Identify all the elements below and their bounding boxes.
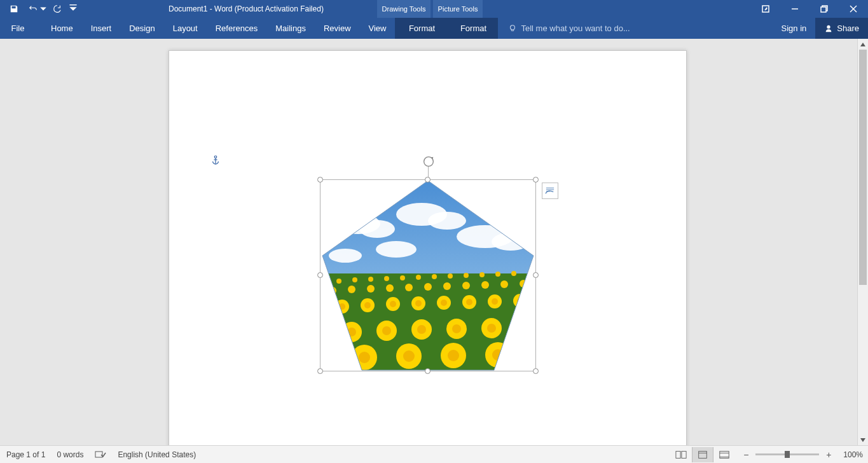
status-page[interactable]: Page 1 of 1 bbox=[6, 450, 45, 459]
view-web-layout[interactable] bbox=[713, 447, 735, 462]
status-bar: Page 1 of 1 0 words English (United Stat… bbox=[0, 445, 868, 463]
redo-button[interactable] bbox=[48, 0, 66, 18]
contextual-tab-drawing-tools: Drawing Tools bbox=[377, 0, 431, 18]
resize-handle-nw[interactable] bbox=[317, 177, 323, 183]
zoom-slider-knob[interactable] bbox=[785, 451, 790, 458]
sign-in-link[interactable]: Sign in bbox=[773, 18, 816, 39]
resize-handle-se[interactable] bbox=[533, 368, 539, 374]
selection-bounding-box[interactable] bbox=[320, 179, 536, 371]
minimize-button[interactable] bbox=[780, 0, 809, 18]
window-title: Document1 - Word (Product Activation Fai… bbox=[169, 4, 324, 13]
anchor-icon[interactable] bbox=[211, 155, 220, 168]
svg-point-9 bbox=[214, 156, 217, 158]
window-controls bbox=[751, 0, 868, 18]
view-print-layout[interactable] bbox=[692, 447, 713, 462]
qat-customize[interactable] bbox=[67, 0, 79, 18]
resize-handle-sw[interactable] bbox=[317, 368, 323, 374]
tab-view[interactable]: View bbox=[360, 18, 396, 39]
resize-handle-w[interactable] bbox=[317, 272, 323, 278]
scroll-thumb[interactable] bbox=[859, 50, 867, 285]
share-button[interactable]: Share bbox=[815, 18, 868, 39]
zoom-in-button[interactable]: + bbox=[823, 449, 834, 460]
zoom-control: − + 100% bbox=[740, 449, 863, 460]
tab-picture-format[interactable]: Format bbox=[448, 18, 498, 39]
svg-point-7 bbox=[511, 25, 515, 29]
tab-review[interactable]: Review bbox=[315, 18, 360, 39]
resize-handle-n[interactable] bbox=[425, 177, 431, 183]
rotate-handle[interactable] bbox=[422, 155, 436, 171]
svg-rect-86 bbox=[676, 451, 680, 458]
contextual-tab-picture-tools: Picture Tools bbox=[433, 0, 483, 18]
zoom-percent[interactable]: 100% bbox=[843, 450, 863, 459]
svg-rect-85 bbox=[95, 452, 102, 457]
close-button[interactable] bbox=[839, 0, 868, 18]
title-bar: Document1 - Word (Product Activation Fai… bbox=[0, 0, 868, 18]
resize-handle-e[interactable] bbox=[533, 272, 539, 278]
tab-file[interactable]: File bbox=[0, 18, 36, 39]
tab-home[interactable]: Home bbox=[42, 18, 82, 39]
quick-access-toolbar bbox=[0, 0, 79, 18]
status-language[interactable]: English (United States) bbox=[118, 450, 196, 459]
svg-rect-87 bbox=[682, 451, 686, 458]
spellcheck-icon[interactable] bbox=[95, 450, 106, 459]
resize-handle-s[interactable] bbox=[425, 368, 431, 374]
tab-layout[interactable]: Layout bbox=[164, 18, 207, 39]
svg-rect-4 bbox=[821, 7, 826, 12]
svg-rect-0 bbox=[69, 4, 76, 5]
ribbon-display-options[interactable] bbox=[751, 0, 780, 18]
undo-dropdown[interactable] bbox=[39, 0, 47, 18]
svg-rect-88 bbox=[699, 451, 707, 458]
save-button[interactable] bbox=[5, 0, 23, 18]
document-canvas bbox=[0, 39, 868, 445]
tab-drawing-format[interactable]: Format bbox=[395, 18, 448, 39]
tab-references[interactable]: References bbox=[207, 18, 266, 39]
tell-me-placeholder: Tell me what you want to do... bbox=[521, 24, 630, 33]
scroll-up-button[interactable] bbox=[858, 39, 868, 50]
tab-design[interactable]: Design bbox=[120, 18, 163, 39]
ribbon-tabs: File Home Insert Design Layout Reference… bbox=[0, 18, 868, 39]
svg-point-8 bbox=[827, 25, 830, 28]
restore-button[interactable] bbox=[809, 0, 839, 18]
tell-me-search[interactable]: Tell me what you want to do... bbox=[508, 18, 772, 39]
tab-insert[interactable]: Insert bbox=[82, 18, 121, 39]
tab-mailings[interactable]: Mailings bbox=[266, 18, 315, 39]
status-word-count[interactable]: 0 words bbox=[57, 450, 83, 459]
lightbulb-icon bbox=[508, 24, 517, 33]
share-icon bbox=[824, 24, 833, 33]
layout-options-button[interactable] bbox=[542, 183, 558, 199]
resize-handle-ne[interactable] bbox=[533, 177, 539, 183]
vertical-scrollbar[interactable] bbox=[857, 39, 868, 445]
scroll-down-button[interactable] bbox=[858, 434, 868, 445]
zoom-slider[interactable] bbox=[755, 453, 819, 455]
view-read-mode[interactable] bbox=[670, 447, 692, 462]
zoom-out-button[interactable]: − bbox=[740, 449, 752, 460]
